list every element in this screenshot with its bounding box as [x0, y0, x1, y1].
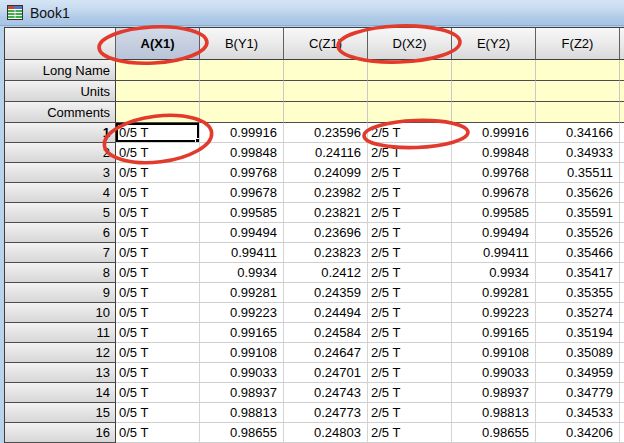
row-header-5[interactable]: 5 — [5, 203, 116, 223]
cell-D13[interactable]: 2/5 T — [368, 363, 452, 383]
corner-header-cell[interactable] — [5, 28, 116, 60]
cell-E13[interactable]: 0.99033 — [452, 363, 536, 383]
label-cell-D2[interactable] — [368, 81, 452, 102]
cell-B10[interactable]: 0.99223 — [200, 303, 284, 323]
cell-A13[interactable]: 0/5 T — [116, 363, 200, 383]
cell-D8[interactable]: 2/5 T — [368, 263, 452, 283]
cell-C16[interactable]: 0.24803 — [284, 423, 368, 443]
cell-partial-13[interactable] — [620, 363, 624, 383]
row-header-15[interactable]: 15 — [5, 403, 116, 423]
cell-A12[interactable]: 0/5 T — [116, 343, 200, 363]
column-header-a[interactable]: A(X1) — [116, 28, 200, 60]
label-cell-C2[interactable] — [284, 81, 368, 102]
row-header-4[interactable]: 4 — [5, 183, 116, 203]
label-cell-A2[interactable] — [116, 81, 200, 102]
cell-B9[interactable]: 0.99281 — [200, 283, 284, 303]
cell-F9[interactable]: 0.35355 — [536, 283, 620, 303]
cell-partial-2[interactable] — [620, 143, 624, 163]
cell-B11[interactable]: 0.99165 — [200, 323, 284, 343]
cell-E6[interactable]: 0.99494 — [452, 223, 536, 243]
cell-C5[interactable]: 0.23821 — [284, 203, 368, 223]
cell-partial-10[interactable] — [620, 303, 624, 323]
cell-partial-4[interactable] — [620, 183, 624, 203]
cell-F11[interactable]: 0.35194 — [536, 323, 620, 343]
label-cell-B3[interactable] — [200, 102, 284, 123]
cell-D7[interactable]: 2/5 T — [368, 243, 452, 263]
cell-C15[interactable]: 0.24773 — [284, 403, 368, 423]
cell-C7[interactable]: 0.23823 — [284, 243, 368, 263]
label-cell-C3[interactable] — [284, 102, 368, 123]
cell-E9[interactable]: 0.99281 — [452, 283, 536, 303]
cell-E4[interactable]: 0.99678 — [452, 183, 536, 203]
cell-partial-9[interactable] — [620, 283, 624, 303]
cell-B12[interactable]: 0.99108 — [200, 343, 284, 363]
cell-C6[interactable]: 0.23696 — [284, 223, 368, 243]
cell-B15[interactable]: 0.98813 — [200, 403, 284, 423]
cell-D15[interactable]: 2/5 T — [368, 403, 452, 423]
cell-F10[interactable]: 0.35274 — [536, 303, 620, 323]
row-header-2[interactable]: 2 — [5, 143, 116, 163]
cell-F7[interactable]: 0.35466 — [536, 243, 620, 263]
cell-D11[interactable]: 2/5 T — [368, 323, 452, 343]
column-header-c[interactable]: C(Z1) — [284, 28, 368, 60]
cell-B13[interactable]: 0.99033 — [200, 363, 284, 383]
cell-D2[interactable]: 2/5 T — [368, 143, 452, 163]
row-header-12[interactable]: 12 — [5, 343, 116, 363]
cell-A10[interactable]: 0/5 T — [116, 303, 200, 323]
cell-partial-7[interactable] — [620, 243, 624, 263]
cell-F13[interactable]: 0.34959 — [536, 363, 620, 383]
row-header-10[interactable]: 10 — [5, 303, 116, 323]
cell-A14[interactable]: 0/5 T — [116, 383, 200, 403]
cell-partial-11[interactable] — [620, 323, 624, 343]
cell-B3[interactable]: 0.99768 — [200, 163, 284, 183]
label-cell-F1[interactable] — [536, 60, 620, 81]
cell-B2[interactable]: 0.99848 — [200, 143, 284, 163]
cell-F12[interactable]: 0.35089 — [536, 343, 620, 363]
label-cell-F2[interactable] — [536, 81, 620, 102]
cell-D14[interactable]: 2/5 T — [368, 383, 452, 403]
cell-E5[interactable]: 0.99585 — [452, 203, 536, 223]
cell-F2[interactable]: 0.34933 — [536, 143, 620, 163]
cell-B16[interactable]: 0.98655 — [200, 423, 284, 443]
cell-B6[interactable]: 0.99494 — [200, 223, 284, 243]
column-header-d[interactable]: D(X2) — [368, 28, 452, 60]
cell-F6[interactable]: 0.35526 — [536, 223, 620, 243]
cell-E11[interactable]: 0.99165 — [452, 323, 536, 343]
cell-C4[interactable]: 0.23982 — [284, 183, 368, 203]
label-cell-B2[interactable] — [200, 81, 284, 102]
cell-B1[interactable]: 0.99916 — [200, 123, 284, 143]
cell-C10[interactable]: 0.24494 — [284, 303, 368, 323]
cell-partial-12[interactable] — [620, 343, 624, 363]
column-header-f[interactable]: F(Z2) — [536, 28, 620, 60]
cell-partial-14[interactable] — [620, 383, 624, 403]
cell-B5[interactable]: 0.99585 — [200, 203, 284, 223]
cell-D5[interactable]: 2/5 T — [368, 203, 452, 223]
cell-E2[interactable]: 0.99848 — [452, 143, 536, 163]
label-cell-D1[interactable] — [368, 60, 452, 81]
row-header-1[interactable]: 1 — [5, 123, 116, 143]
cell-B14[interactable]: 0.98937 — [200, 383, 284, 403]
cell-A7[interactable]: 0/5 T — [116, 243, 200, 263]
row-header-7[interactable]: 7 — [5, 243, 116, 263]
cell-D4[interactable]: 2/5 T — [368, 183, 452, 203]
row-header-16[interactable]: 16 — [5, 423, 116, 443]
cell-D10[interactable]: 2/5 T — [368, 303, 452, 323]
cell-F3[interactable]: 0.35511 — [536, 163, 620, 183]
cell-D12[interactable]: 2/5 T — [368, 343, 452, 363]
cell-A6[interactable]: 0/5 T — [116, 223, 200, 243]
row-header-3[interactable]: 3 — [5, 163, 116, 183]
cell-B8[interactable]: 0.9934 — [200, 263, 284, 283]
label-cell-A1[interactable] — [116, 60, 200, 81]
cell-A3[interactable]: 0/5 T — [116, 163, 200, 183]
cell-C3[interactable]: 0.24099 — [284, 163, 368, 183]
cell-F16[interactable]: 0.34206 — [536, 423, 620, 443]
cell-E16[interactable]: 0.98655 — [452, 423, 536, 443]
label-cell-C1[interactable] — [284, 60, 368, 81]
label-cell-E1[interactable] — [452, 60, 536, 81]
cell-E1[interactable]: 0.99916 — [452, 123, 536, 143]
cell-E12[interactable]: 0.99108 — [452, 343, 536, 363]
row-header-13[interactable]: 13 — [5, 363, 116, 383]
cell-C13[interactable]: 0.24701 — [284, 363, 368, 383]
cell-C8[interactable]: 0.2412 — [284, 263, 368, 283]
cell-D16[interactable]: 2/5 T — [368, 423, 452, 443]
